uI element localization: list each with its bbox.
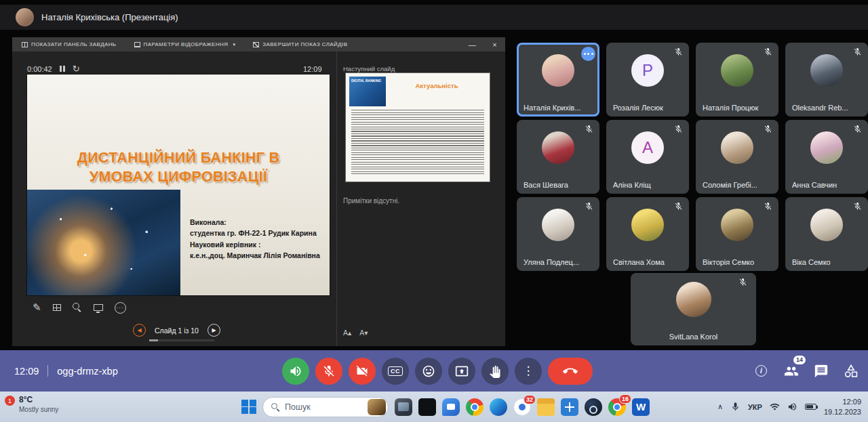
edge-icon[interactable] (490, 398, 507, 416)
more-options-button[interactable]: ⋮ (515, 358, 542, 385)
thumbnail-image-label: DIGITAL BANKING (351, 79, 381, 83)
participant-avatar (721, 131, 753, 164)
mic-off-icon (674, 125, 683, 133)
microphone-icon[interactable] (730, 402, 741, 412)
next-slide-label: Наступний слайд (343, 65, 395, 72)
participant-name: Анна Савчин (792, 181, 863, 189)
mic-off-icon (674, 47, 683, 56)
audio-share-button[interactable] (282, 358, 309, 385)
participant-tile[interactable]: Соломія Гребі... (696, 120, 778, 194)
participant-avatar (542, 54, 574, 87)
black-screen-icon[interactable] (94, 304, 103, 311)
chevron-down-icon: ▾ (233, 42, 235, 47)
participant-tile[interactable]: SvitLana Korol (631, 273, 756, 345)
see-all-slides-icon[interactable] (53, 304, 61, 311)
participants-grid: Наталія Крихів... Р Розалія Лесюк Наталі… (517, 43, 868, 271)
people-button[interactable]: 14 (783, 362, 800, 379)
display-settings-button[interactable]: ПАРАМЕТРИ ВІДОБРАЖЕННЯ ▾ (134, 41, 236, 47)
participant-tile[interactable]: Віка Семко (785, 197, 868, 271)
meeting-details-button[interactable]: i (753, 362, 770, 379)
more-options-icon[interactable]: ··· (115, 302, 126, 314)
notes-font-controls: A▴ A▾ (343, 329, 368, 337)
camera-button[interactable] (349, 358, 376, 385)
participant-tile[interactable]: Наталія Процюк (696, 43, 778, 117)
reactions-button[interactable] (415, 358, 442, 385)
screen: Наталія Крихівська (Презентація) ПОКАЗАТ… (0, 0, 868, 422)
meet-control-bar: 12:09 ogg-drmz-xbp CC ⋮ i 14 (0, 350, 868, 392)
end-slideshow-button[interactable]: ЗАВЕРШИТИ ПОКАЗ СЛАЙДІВ (253, 41, 347, 47)
increase-font-button[interactable]: A▴ (343, 329, 351, 337)
credit-line: Виконала: (190, 217, 330, 228)
participant-name: Уляна Подлец... (524, 258, 594, 266)
participant-tile[interactable]: Р Розалія Лесюк (606, 43, 689, 117)
raise-hand-button[interactable] (481, 358, 509, 385)
chrome-profile-icon[interactable]: 16 (608, 398, 626, 416)
credit-line: Науковий керівник : (190, 239, 330, 250)
mic-off-icon (764, 125, 772, 133)
captions-button[interactable]: CC (382, 358, 409, 385)
pen-tool-icon[interactable]: ✎ (33, 301, 41, 314)
tray-expand-icon[interactable]: ∧ (717, 402, 723, 411)
steam-icon[interactable] (585, 398, 602, 416)
present-button[interactable] (448, 358, 475, 385)
weather-widget[interactable]: 1 8°C Mostly sunny (5, 395, 58, 413)
participant-avatar (721, 209, 753, 241)
app-icon-photos[interactable] (395, 398, 412, 416)
chrome-icon[interactable] (466, 398, 484, 416)
start-button[interactable] (241, 400, 256, 415)
word-icon[interactable]: W (632, 398, 650, 416)
activities-button[interactable] (842, 362, 859, 379)
word-letter: W (636, 401, 646, 413)
file-explorer-icon[interactable] (537, 398, 555, 416)
next-slide-button[interactable]: ▶ (208, 324, 220, 337)
call-end-icon (563, 364, 578, 379)
previous-slide-button[interactable]: ◀ (133, 324, 146, 337)
microphone-button[interactable] (315, 358, 342, 385)
participant-tile[interactable]: А Аліна Кліщ (606, 120, 689, 194)
present-screen-icon (455, 364, 469, 378)
wifi-icon[interactable] (770, 402, 780, 412)
participant-tile[interactable]: Анна Савчин (785, 120, 868, 194)
participant-tile[interactable]: Вася Шевага (517, 120, 599, 194)
participant-tile[interactable]: Уляна Подлец... (517, 197, 599, 271)
next-slide-thumbnail[interactable]: DIGITAL BANKING Актуальність (346, 73, 490, 182)
decrease-font-button[interactable]: A▾ (359, 329, 368, 337)
taskbar-center: Пошук 32 16 W (241, 392, 650, 422)
participant-tile[interactable]: Oleksandr Reb... (785, 43, 868, 117)
app-icon-window[interactable] (418, 398, 436, 416)
clock[interactable]: 12:09 19.12.2023 (824, 397, 861, 417)
captions-icon: CC (388, 366, 403, 376)
shapes-icon (844, 364, 859, 379)
volume-icon[interactable] (787, 402, 797, 412)
slide-title-line2: УМОВАХ ЦИФРОВІЗАЦІЇ (27, 168, 330, 187)
participant-tile[interactable]: Наталія Крихів... (517, 43, 599, 117)
presenter-tools: ✎ ··· (33, 301, 126, 314)
battery-icon[interactable] (805, 404, 816, 410)
slide-city-network-image (27, 190, 180, 295)
presenter-avatar (16, 8, 34, 26)
participant-tile[interactable]: Вікторія Семко (696, 197, 778, 271)
mic-off-icon (738, 278, 747, 287)
tile-options-button[interactable] (581, 47, 595, 61)
current-slide: ДИСТАНЦІЙНИЙ БАНКІНГ В УМОВАХ ЦИФРОВІЗАЦ… (27, 75, 330, 295)
credit-line: к.е.н.,доц. Маринчак Лілія Романівна (190, 250, 330, 261)
slideshow-timer: 0:00:42 (27, 65, 52, 73)
search-highlight-thumbnail (368, 399, 386, 415)
chat-button[interactable] (812, 362, 829, 379)
restart-timer-button[interactable]: ↻ (73, 64, 80, 73)
minimize-button[interactable]: — (469, 41, 476, 49)
pause-timer-button[interactable] (60, 66, 65, 72)
messenger-icon[interactable]: 32 (513, 398, 531, 416)
search-box[interactable]: Пошук (262, 397, 389, 417)
app-icon-grid[interactable] (561, 398, 578, 416)
chat-icon (814, 364, 829, 379)
mic-off-icon (764, 47, 772, 56)
chat-app-icon[interactable] (442, 398, 460, 416)
zoom-tool-icon[interactable] (73, 303, 82, 312)
participant-name: Розалія Лесюк (613, 104, 684, 112)
close-button[interactable]: × (492, 41, 497, 49)
participant-tile[interactable]: Світлана Хома (606, 197, 689, 271)
show-taskbar-button[interactable]: ПОКАЗАТИ ПАНЕЛЬ ЗАВДАНЬ (22, 41, 117, 47)
leave-call-button[interactable] (548, 358, 593, 385)
language-indicator[interactable]: УКР (748, 403, 762, 411)
